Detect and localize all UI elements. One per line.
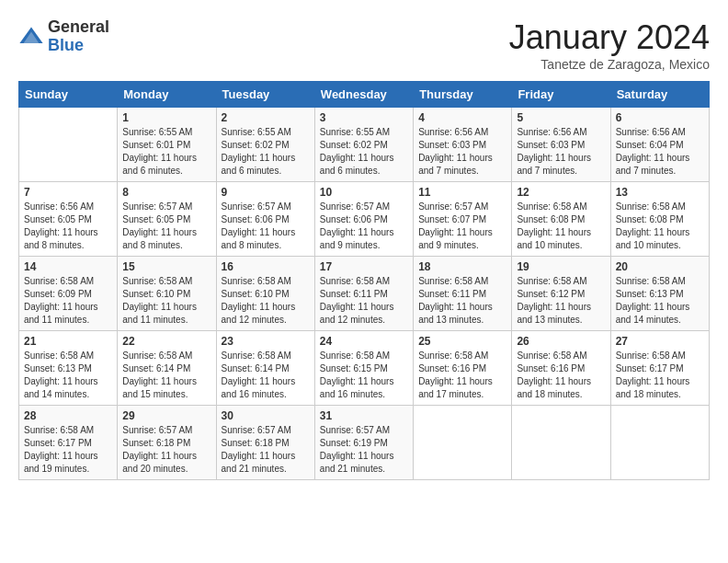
day-info: Sunrise: 6:55 AMSunset: 6:02 PMDaylight:… [320,127,394,176]
calendar-cell: 22 Sunrise: 6:58 AMSunset: 6:14 PMDaylig… [118,331,216,406]
calendar-cell: 24 Sunrise: 6:58 AMSunset: 6:15 PMDaylig… [314,331,413,406]
day-number: 3 [320,111,408,124]
weekday-header-friday: Friday [512,82,610,108]
day-info: Sunrise: 6:57 AMSunset: 6:07 PMDaylight:… [418,201,493,250]
logo: General Blue [18,18,109,55]
calendar-cell [19,108,118,182]
day-number: 11 [418,186,506,199]
logo-blue-text: Blue [48,37,109,55]
day-number: 24 [320,335,408,348]
day-number: 29 [122,409,210,422]
logo-general-text: General [48,18,109,37]
day-info: Sunrise: 6:58 AMSunset: 6:12 PMDaylight:… [517,276,591,325]
day-number: 2 [222,111,310,124]
day-number: 30 [222,409,310,422]
day-info: Sunrise: 6:57 AMSunset: 6:06 PMDaylight:… [320,201,394,250]
calendar-cell: 25 Sunrise: 6:58 AMSunset: 6:16 PMDaylig… [414,331,512,406]
day-info: Sunrise: 6:56 AMSunset: 6:03 PMDaylight:… [517,127,591,176]
calendar-cell: 11 Sunrise: 6:57 AMSunset: 6:07 PMDaylig… [414,182,512,257]
month-title: January 2024 [509,18,710,57]
calendar-cell: 21 Sunrise: 6:58 AMSunset: 6:13 PMDaylig… [19,331,118,406]
calendar-week-row: 21 Sunrise: 6:58 AMSunset: 6:13 PMDaylig… [19,331,710,406]
calendar-cell: 17 Sunrise: 6:58 AMSunset: 6:11 PMDaylig… [314,257,413,331]
calendar-week-row: 28 Sunrise: 6:58 AMSunset: 6:17 PMDaylig… [19,406,710,480]
day-info: Sunrise: 6:56 AMSunset: 6:03 PMDaylight:… [418,127,493,176]
day-info: Sunrise: 6:58 AMSunset: 6:11 PMDaylight:… [418,276,493,325]
calendar-cell: 31 Sunrise: 6:57 AMSunset: 6:19 PMDaylig… [314,406,413,480]
day-number: 17 [320,260,408,273]
calendar-week-row: 7 Sunrise: 6:56 AMSunset: 6:05 PMDayligh… [19,182,710,257]
day-info: Sunrise: 6:58 AMSunset: 6:16 PMDaylight:… [517,350,591,399]
day-number: 20 [616,260,704,273]
day-info: Sunrise: 6:57 AMSunset: 6:18 PMDaylight:… [222,425,296,474]
day-info: Sunrise: 6:57 AMSunset: 6:06 PMDaylight:… [222,201,296,250]
day-number: 14 [24,260,112,273]
day-info: Sunrise: 6:58 AMSunset: 6:09 PMDaylight:… [24,276,98,325]
calendar-cell: 14 Sunrise: 6:58 AMSunset: 6:09 PMDaylig… [19,257,118,331]
day-info: Sunrise: 6:58 AMSunset: 6:16 PMDaylight:… [418,350,493,399]
calendar-cell: 16 Sunrise: 6:58 AMSunset: 6:10 PMDaylig… [216,257,314,331]
calendar-cell: 28 Sunrise: 6:58 AMSunset: 6:17 PMDaylig… [19,406,118,480]
day-number: 13 [616,186,704,199]
day-number: 15 [122,260,210,273]
calendar-cell: 23 Sunrise: 6:58 AMSunset: 6:14 PMDaylig… [216,331,314,406]
day-info: Sunrise: 6:58 AMSunset: 6:10 PMDaylight:… [222,276,296,325]
calendar-cell [414,406,512,480]
day-info: Sunrise: 6:57 AMSunset: 6:19 PMDaylight:… [320,425,394,474]
day-number: 9 [222,186,310,199]
day-number: 31 [320,409,408,422]
day-number: 25 [418,335,506,348]
calendar-cell: 18 Sunrise: 6:58 AMSunset: 6:11 PMDaylig… [414,257,512,331]
weekday-header-tuesday: Tuesday [216,82,314,108]
day-info: Sunrise: 6:58 AMSunset: 6:08 PMDaylight:… [616,201,690,250]
calendar-cell: 30 Sunrise: 6:57 AMSunset: 6:18 PMDaylig… [216,406,314,480]
calendar-cell: 6 Sunrise: 6:56 AMSunset: 6:04 PMDayligh… [610,108,709,182]
calendar-cell: 20 Sunrise: 6:58 AMSunset: 6:13 PMDaylig… [610,257,709,331]
calendar-cell: 5 Sunrise: 6:56 AMSunset: 6:03 PMDayligh… [512,108,610,182]
calendar-cell: 10 Sunrise: 6:57 AMSunset: 6:06 PMDaylig… [314,182,413,257]
day-info: Sunrise: 6:58 AMSunset: 6:11 PMDaylight:… [320,276,394,325]
calendar-cell [512,406,610,480]
calendar-cell: 13 Sunrise: 6:58 AMSunset: 6:08 PMDaylig… [610,182,709,257]
day-info: Sunrise: 6:58 AMSunset: 6:13 PMDaylight:… [24,350,98,399]
day-info: Sunrise: 6:58 AMSunset: 6:08 PMDaylight:… [517,201,591,250]
day-number: 1 [122,111,210,124]
day-info: Sunrise: 6:58 AMSunset: 6:15 PMDaylight:… [320,350,394,399]
page-header: General Blue January 2024 Tanetze de Zar… [18,18,710,72]
calendar-cell: 15 Sunrise: 6:58 AMSunset: 6:10 PMDaylig… [118,257,216,331]
calendar-cell: 8 Sunrise: 6:57 AMSunset: 6:05 PMDayligh… [118,182,216,257]
day-info: Sunrise: 6:57 AMSunset: 6:05 PMDaylight:… [122,201,197,250]
weekday-header-sunday: Sunday [19,82,118,108]
calendar-week-row: 1 Sunrise: 6:55 AMSunset: 6:01 PMDayligh… [19,108,710,182]
calendar-cell: 26 Sunrise: 6:58 AMSunset: 6:16 PMDaylig… [512,331,610,406]
day-number: 18 [418,260,506,273]
day-info: Sunrise: 6:55 AMSunset: 6:01 PMDaylight:… [122,127,197,176]
calendar-cell: 19 Sunrise: 6:58 AMSunset: 6:12 PMDaylig… [512,257,610,331]
day-info: Sunrise: 6:58 AMSunset: 6:10 PMDaylight:… [122,276,197,325]
day-number: 19 [517,260,605,273]
calendar-cell: 3 Sunrise: 6:55 AMSunset: 6:02 PMDayligh… [314,108,413,182]
weekday-header-row: SundayMondayTuesdayWednesdayThursdayFrid… [19,82,710,108]
calendar-cell: 29 Sunrise: 6:57 AMSunset: 6:18 PMDaylig… [118,406,216,480]
day-number: 6 [616,111,704,124]
day-number: 26 [517,335,605,348]
day-info: Sunrise: 6:58 AMSunset: 6:13 PMDaylight:… [616,276,690,325]
day-info: Sunrise: 6:58 AMSunset: 6:14 PMDaylight:… [222,350,296,399]
calendar-cell: 1 Sunrise: 6:55 AMSunset: 6:01 PMDayligh… [118,108,216,182]
day-number: 10 [320,186,408,199]
logo-text: General Blue [48,18,109,55]
day-number: 8 [122,186,210,199]
day-info: Sunrise: 6:58 AMSunset: 6:17 PMDaylight:… [24,425,98,474]
day-number: 16 [222,260,310,273]
weekday-header-thursday: Thursday [414,82,512,108]
weekday-header-wednesday: Wednesday [314,82,413,108]
title-section: January 2024 Tanetze de Zaragoza, Mexico [509,18,710,72]
calendar-table: SundayMondayTuesdayWednesdayThursdayFrid… [18,81,710,480]
calendar-cell: 12 Sunrise: 6:58 AMSunset: 6:08 PMDaylig… [512,182,610,257]
day-info: Sunrise: 6:58 AMSunset: 6:17 PMDaylight:… [616,350,690,399]
day-number: 12 [517,186,605,199]
day-number: 21 [24,335,112,348]
weekday-header-monday: Monday [118,82,216,108]
calendar-cell: 9 Sunrise: 6:57 AMSunset: 6:06 PMDayligh… [216,182,314,257]
calendar-week-row: 14 Sunrise: 6:58 AMSunset: 6:09 PMDaylig… [19,257,710,331]
